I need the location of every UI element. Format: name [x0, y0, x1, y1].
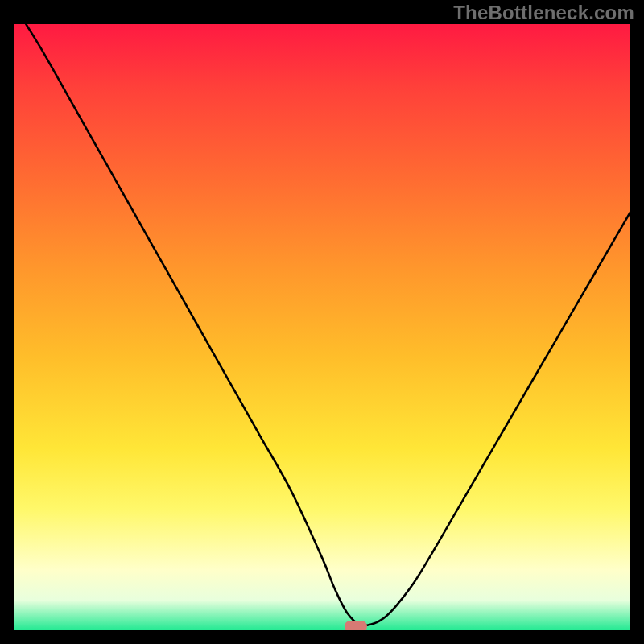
target-marker — [345, 621, 367, 630]
plot-area — [14, 24, 630, 630]
chart-frame: TheBottleneck.com — [0, 0, 644, 644]
bottleneck-curve — [14, 24, 630, 630]
watermark-label: TheBottleneck.com — [453, 2, 634, 24]
